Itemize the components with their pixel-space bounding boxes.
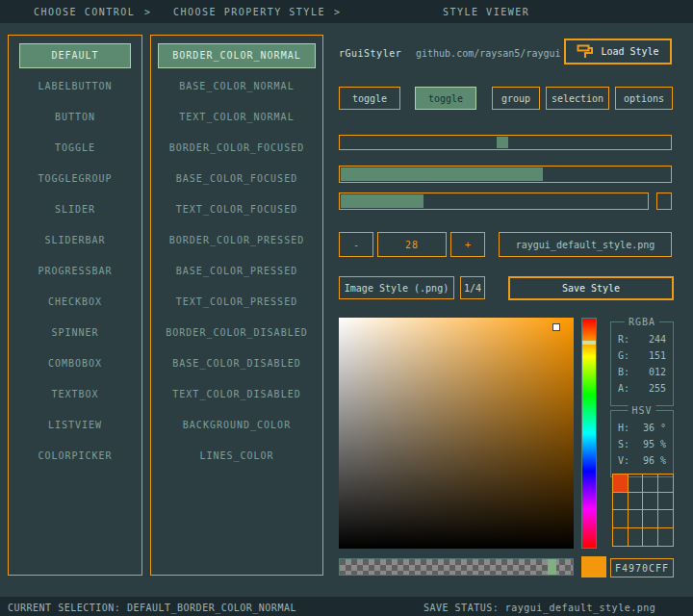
color-swatch-6[interactable] <box>643 493 658 511</box>
property-item-base-color-disabled[interactable]: BASE_COLOR_DISABLED <box>158 351 316 376</box>
progress-bar[interactable] <box>339 192 649 210</box>
breadcrumb-separator: > <box>334 7 342 17</box>
save-style-button[interactable]: Save Style <box>508 276 674 300</box>
hue-bar-cursor[interactable] <box>582 341 596 345</box>
rgba-title: RGBA <box>625 317 659 327</box>
toggle-options-button[interactable]: options <box>615 87 673 110</box>
load-style-button[interactable]: Load Style <box>564 38 672 64</box>
top-bar: CHOOSE CONTROL > CHOOSE PROPERTY STYLE >… <box>0 0 693 23</box>
control-item-sliderbar[interactable]: SLIDERBAR <box>19 228 131 253</box>
control-item-colorpicker[interactable]: COLORPICKER <box>19 444 131 469</box>
paint-roller-icon <box>577 44 594 59</box>
slider-bar-fill <box>341 167 543 181</box>
breadcrumb-choose-control: CHOOSE CONTROL <box>34 7 135 17</box>
alpha-bar-handle[interactable] <box>548 559 556 575</box>
property-item-text-color-disabled[interactable]: TEXT_COLOR_DISABLED <box>158 382 316 407</box>
style-page-indicator[interactable]: 1/4 <box>460 276 485 299</box>
color-picker-cursor[interactable] <box>552 323 560 331</box>
hex-color-value[interactable]: F4970CFF <box>610 558 674 578</box>
current-selection-status: CURRENT SELECTION: DEFAULT_BORDER_COLOR_… <box>8 603 296 613</box>
property-item-text-color-pressed[interactable]: TEXT_COLOR_PRESSED <box>158 290 316 315</box>
image-style-combo[interactable]: Image Style (.png) <box>339 276 454 299</box>
color-swatch-9[interactable] <box>629 510 644 528</box>
property-item-border-color-disabled[interactable]: BORDER_COLOR_DISABLED <box>158 321 316 346</box>
properties-list-panel: BORDER_COLOR_NORMALBASE_COLOR_NORMALTEXT… <box>150 35 323 576</box>
control-item-button[interactable]: BUTTON <box>19 105 131 130</box>
property-item-background-color[interactable]: BACKGROUND_COLOR <box>158 413 316 438</box>
color-swatch-1[interactable] <box>629 475 644 493</box>
hue-bar[interactable] <box>581 318 597 549</box>
property-item-base-color-normal[interactable]: BASE_COLOR_NORMAL <box>158 74 316 99</box>
current-color-preview <box>581 556 606 578</box>
property-item-border-color-normal[interactable]: BORDER_COLOR_NORMAL <box>158 43 316 68</box>
toggle-button[interactable]: toggle <box>339 87 400 110</box>
color-swatch-7[interactable] <box>658 493 674 511</box>
color-picker-panel[interactable] <box>339 318 574 549</box>
spinner-decrement-button[interactable]: - <box>339 232 373 257</box>
toggle-button-active[interactable]: toggle <box>415 87 476 110</box>
rgba-red-label: R: <box>618 331 629 347</box>
color-swatch-2[interactable] <box>643 475 658 493</box>
property-item-text-color-focused[interactable]: TEXT_COLOR_FOCUSED <box>158 197 316 222</box>
style-filename-input[interactable]: raygui_default_style.png <box>499 232 672 257</box>
rgba-groupbox: RGBA R: 244 G: 151 B: 012 A: 255 <box>610 321 674 406</box>
save-status: SAVE STATUS: raygui_default_style.png <box>424 603 655 613</box>
control-item-checkbox[interactable]: CHECKBOX <box>19 290 131 315</box>
toggle-group-button[interactable]: group <box>492 87 540 110</box>
hsv-title: HSV <box>628 405 655 416</box>
property-item-border-color-pressed[interactable]: BORDER_COLOR_PRESSED <box>158 228 316 253</box>
progress-value-box[interactable] <box>656 192 672 210</box>
slider-bar[interactable] <box>339 166 672 183</box>
control-item-spinner[interactable]: SPINNER <box>19 321 131 346</box>
control-item-combobox[interactable]: COMBOBOX <box>19 351 131 376</box>
control-item-toggle[interactable]: TOGGLE <box>19 136 131 161</box>
property-item-base-color-pressed[interactable]: BASE_COLOR_PRESSED <box>158 259 316 284</box>
control-item-labelbutton[interactable]: LABELBUTTON <box>19 74 131 99</box>
color-swatch-0[interactable] <box>613 475 629 493</box>
color-swatch-14[interactable] <box>643 528 658 547</box>
property-item-lines-color[interactable]: LINES_COLOR <box>158 444 316 469</box>
app-name-label: rGuiStyler <box>339 48 401 59</box>
rgba-alpha-row: A: 255 <box>611 380 673 397</box>
property-item-base-color-focused[interactable]: BASE_COLOR_FOCUSED <box>158 167 316 192</box>
control-item-togglegroup[interactable]: TOGGLEGROUP <box>19 167 131 192</box>
color-swatch-15[interactable] <box>658 528 674 547</box>
alpha-bar[interactable] <box>339 558 574 576</box>
color-swatch-3[interactable] <box>658 475 674 493</box>
hsv-value-value: 96 % <box>643 452 666 469</box>
control-item-default[interactable]: DEFAULT <box>19 43 131 68</box>
color-swatch-8[interactable] <box>613 510 629 528</box>
control-item-listview[interactable]: LISTVIEW <box>19 413 131 438</box>
style-viewer-title: STYLE VIEWER <box>443 7 529 17</box>
spinner-value[interactable]: 28 <box>377 232 447 257</box>
rguistyler-window: CHOOSE CONTROL > CHOOSE PROPERTY STYLE >… <box>0 0 693 616</box>
color-swatch-4[interactable] <box>613 493 629 511</box>
repo-link[interactable]: github.com/raysan5/raygui <box>416 48 561 59</box>
spinner-increment-button[interactable]: + <box>450 232 485 257</box>
color-swatch-12[interactable] <box>613 528 629 547</box>
slider[interactable] <box>339 135 672 150</box>
color-swatch-10[interactable] <box>643 510 658 528</box>
hsv-saturation-row: S: 95 % <box>611 436 673 452</box>
color-swatch-5[interactable] <box>629 493 644 511</box>
control-item-textbox[interactable]: TEXTBOX <box>19 382 131 407</box>
property-item-text-color-normal[interactable]: TEXT_COLOR_NORMAL <box>158 105 316 130</box>
color-swatch-grid <box>612 474 674 547</box>
hsv-hue-label: H: <box>618 420 629 436</box>
rgba-blue-row: B: 012 <box>611 364 673 380</box>
color-swatch-11[interactable] <box>658 510 674 528</box>
control-item-slider[interactable]: SLIDER <box>19 197 131 222</box>
breadcrumb-separator: > <box>144 7 152 17</box>
rgba-red-row: R: 244 <box>611 331 673 347</box>
color-swatch-13[interactable] <box>629 528 644 547</box>
hsv-saturation-value: 95 % <box>643 436 666 452</box>
hsv-groupbox: HSV H: 36 ° S: 95 % V: 96 % <box>610 410 674 477</box>
property-item-border-color-focused[interactable]: BORDER_COLOR_FOCUSED <box>158 136 316 161</box>
rgba-blue-label: B: <box>618 364 629 380</box>
slider-handle[interactable] <box>497 137 508 148</box>
control-item-progressbar[interactable]: PROGRESSBAR <box>19 259 131 284</box>
breadcrumb-choose-property-style: CHOOSE PROPERTY STYLE <box>173 7 325 17</box>
toggle-selection-button[interactable]: selection <box>546 87 609 110</box>
rgba-green-label: G: <box>618 347 629 364</box>
progress-bar-fill <box>341 194 424 208</box>
